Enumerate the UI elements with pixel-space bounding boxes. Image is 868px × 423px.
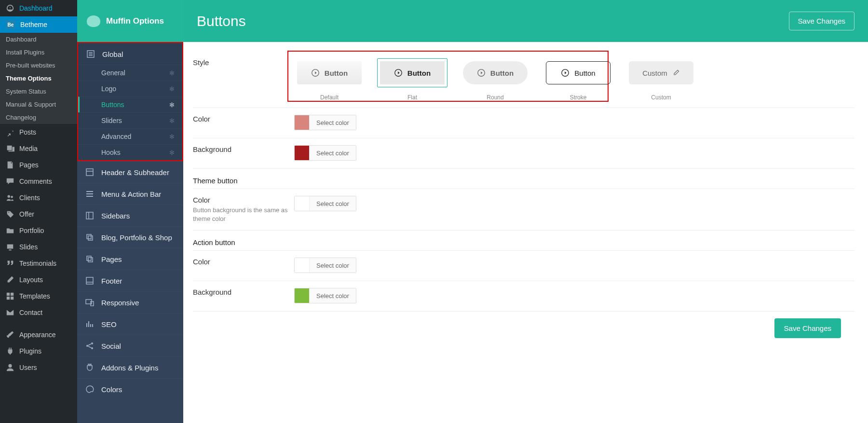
svg-point-1 [11,196,13,198]
wp-item-label: Appearance [19,331,56,339]
gear-icon: ✻ [169,85,175,93]
wp-item-posts[interactable]: Posts [0,124,77,140]
save-changes-button-top[interactable]: Save Changes [789,12,854,30]
style-caption: Custom [651,94,671,101]
folder-icon [6,226,14,235]
mo-sub-sliders[interactable]: Sliders✻ [78,112,182,128]
wp-item-templates[interactable]: Templates [0,288,77,304]
wp-item-comments[interactable]: Comments [0,173,77,190]
section-theme-button: Theme button [193,169,854,189]
field-action-background: Background Select color [193,281,854,311]
wp-item-offer[interactable]: Offer [0,206,77,222]
gear-icon: ✻ [169,101,175,109]
mo-section-colors[interactable]: Colors [77,378,183,400]
wp-sub-system-status[interactable]: System Status [0,85,77,98]
copy-icon [85,232,95,242]
color-picker[interactable]: Select color [294,115,356,130]
mo-section-menu[interactable]: Menu & Action Bar [77,183,183,205]
select-color-button[interactable]: Select color [309,146,356,160]
select-color-button[interactable]: Select color [309,258,356,273]
mo-sub-general[interactable]: General✻ [78,65,182,81]
style-option-flat[interactable]: Button Flat [377,58,448,101]
mo-section-blog[interactable]: Blog, Portfolio & Shop [77,226,183,248]
field-label: Color [193,115,294,123]
svg-rect-13 [87,256,91,260]
section-action-button: Action button [193,231,854,251]
mo-sub-logo[interactable]: Logo✻ [78,81,182,96]
mo-section-addons[interactable]: Addons & Plugins [77,356,183,378]
gear-icon: ✻ [169,133,175,140]
style-option-custom[interactable]: Custom Custom [626,58,696,101]
mo-section-sidebars[interactable]: Sidebars [77,205,183,226]
plug-icon [6,347,14,355]
list-icon [86,49,95,59]
style-option-default[interactable]: Button Default [294,58,365,101]
mo-section-social[interactable]: Social [77,335,183,356]
wp-sub-theme-options[interactable]: Theme Options [0,72,77,85]
field-theme-color: Color Button background is the same as t… [193,189,854,231]
wp-item-contact[interactable]: Contact [0,304,77,321]
svg-rect-5 [7,297,10,300]
field-style: Style Button Default Button Flat B [193,52,854,108]
mo-section-header[interactable]: Header & Subheader [77,161,183,183]
mo-section-pages[interactable]: Pages [77,248,183,270]
color-picker[interactable]: Select color [294,145,356,161]
svg-rect-6 [11,297,14,300]
wp-item-plugins[interactable]: Plugins [0,343,77,359]
wp-item-appearance[interactable]: Appearance [0,327,77,343]
page-title: Buttons [197,13,246,29]
color-picker[interactable]: Select color [294,288,356,303]
style-caption: Flat [407,94,417,101]
wp-item-media[interactable]: Media [0,140,77,157]
color-picker[interactable]: Select color [294,258,356,273]
page-icon [6,161,14,169]
wp-item-pages[interactable]: Pages [0,157,77,173]
mo-section-global[interactable]: Global [78,43,182,65]
mo-sub-advanced[interactable]: Advanced✻ [78,128,182,144]
style-option-stroke[interactable]: Button Stroke [543,58,613,101]
wp-item-clients[interactable]: Clients [0,190,77,206]
select-color-button[interactable]: Select color [309,288,356,303]
svg-point-18 [86,345,88,347]
wp-item-slides[interactable]: Slides [0,239,77,255]
field-label: Color [193,258,294,266]
select-color-button[interactable]: Select color [309,196,356,211]
wp-item-label: Plugins [19,347,41,355]
wp-item-users[interactable]: Users [0,359,77,376]
wp-item-label: Testimonials [19,259,56,267]
wp-sub-dashboard[interactable]: Dashboard [0,33,77,46]
wp-submenu-betheme: Dashboard Install Plugins Pre-built webs… [0,33,77,124]
wp-sub-install-plugins[interactable]: Install Plugins [0,46,77,59]
wp-item-dashboard[interactable]: Dashboard [0,0,77,16]
mo-sub-hooks[interactable]: Hooks✻ [78,144,182,160]
mo-section-label: Addons & Plugins [101,364,158,372]
plug-icon [85,363,95,372]
mo-sub-buttons[interactable]: Buttons✻ [78,96,182,112]
pin-icon [6,128,14,136]
grid-icon [6,292,14,300]
media-icon [6,144,14,153]
select-color-button[interactable]: Select color [309,115,356,130]
mo-section-seo[interactable]: SEO [77,313,183,335]
footer-icon [85,276,95,286]
mo-section-footer[interactable]: Footer [77,270,183,291]
color-picker[interactable]: Select color [294,196,356,211]
wp-item-betheme[interactable]: Be Betheme [0,16,77,33]
wp-item-portfolio[interactable]: Portfolio [0,222,77,239]
wp-item-layouts[interactable]: Layouts [0,272,77,288]
mo-section-responsive[interactable]: Responsive [77,291,183,313]
wp-sub-manual-support[interactable]: Manual & Support [0,98,77,111]
wp-item-label: Contact [19,309,42,316]
style-option-round[interactable]: Button Round [460,58,530,101]
wp-item-label: Portfolio [19,227,44,234]
wp-item-testimonials[interactable]: Testimonials [0,255,77,272]
wp-sub-prebuilt-websites[interactable]: Pre-built websites [0,59,77,72]
svg-rect-10 [86,212,93,219]
wp-sub-changelog[interactable]: Changelog [0,111,77,124]
gear-icon: ✻ [169,149,175,156]
mo-global-subs: General✻ Logo✻ Buttons✻ Sliders✻ Advance… [78,65,182,160]
save-changes-button-bottom[interactable]: Save Changes [774,318,841,338]
wp-item-label: Media [19,145,38,152]
sidebar-icon [85,211,95,220]
chart-icon [85,319,95,329]
